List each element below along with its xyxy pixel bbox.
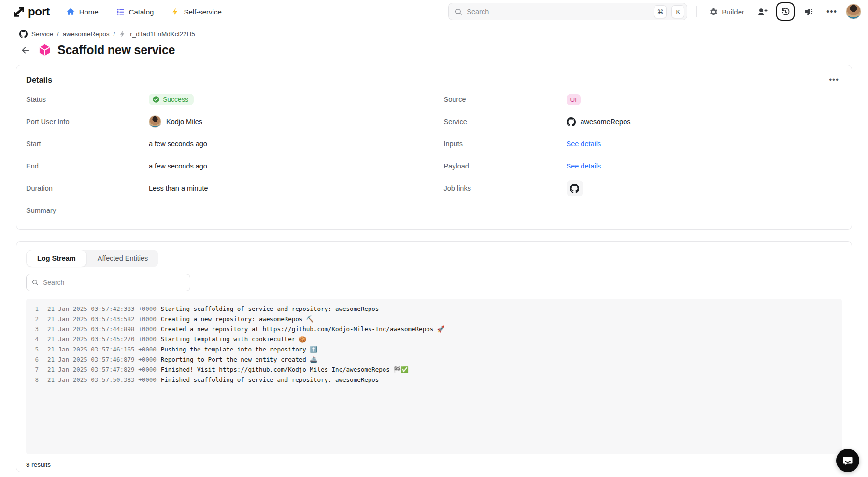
history-icon — [781, 7, 791, 17]
nav-item-home[interactable]: Home — [66, 7, 99, 16]
log-line: 8 21 Jan 2025 03:57:50:383 +0000 Finishe… — [26, 375, 842, 385]
breadcrumb-blueprint[interactable]: awesomeRepos — [63, 30, 110, 38]
nav-item-label: Home — [79, 8, 99, 16]
top-nav: port Home Catalog — [0, 0, 868, 23]
log-line-number: 3 — [26, 324, 47, 334]
detail-row-payload: Payload See details — [444, 155, 842, 177]
cmd-keycap: ⌘ — [654, 5, 667, 18]
end-label: End — [26, 162, 149, 170]
inputs-see-details-link[interactable]: See details — [567, 140, 601, 148]
log-line: 2 21 Jan 2025 03:57:43:582 +0000 Creatin… — [26, 314, 842, 324]
details-heading: Details — [26, 75, 52, 84]
chat-bubble-icon — [842, 455, 854, 466]
log-search[interactable] — [26, 274, 190, 291]
log-message: Pushing the template into the repository… — [161, 344, 317, 354]
log-line-number: 8 — [26, 375, 47, 385]
breadcrumb-run-id: r_dTad1FnMdKcl22H5 — [130, 30, 195, 38]
log-message: Starting scaffolding of service and repo… — [161, 304, 379, 314]
log-message: Finished scaffolding of service and repo… — [161, 375, 379, 385]
log-stream[interactable]: 1 21 Jan 2025 03:57:42:383 +0000 Startin… — [26, 299, 842, 454]
details-more-button[interactable]: ••• — [826, 74, 842, 85]
page-title-row: Scaffold new service — [19, 43, 852, 57]
status-badge: Success — [149, 94, 194, 105]
log-message: Created a new repository at https://gith… — [161, 324, 445, 334]
log-line: 4 21 Jan 2025 03:57:45:270 +0000 Startin… — [26, 334, 842, 344]
log-timestamp: 21 Jan 2025 03:57:43:582 +0000 — [47, 314, 157, 324]
log-tabs: Log Stream Affected Entities — [26, 250, 158, 267]
log-timestamp: 21 Jan 2025 03:57:44:898 +0000 — [47, 324, 157, 334]
service-value[interactable]: awesomeRepos — [581, 118, 631, 126]
duration-label: Duration — [26, 184, 149, 192]
nav-right: ⌘ K Builder ••• — [448, 2, 861, 21]
log-timestamp: 21 Jan 2025 03:57:46:165 +0000 — [47, 344, 157, 354]
nav-item-catalog[interactable]: Catalog — [116, 7, 154, 16]
breadcrumb-separator: / — [57, 30, 59, 38]
github-icon — [570, 184, 579, 193]
lightning-icon — [171, 7, 180, 16]
nav-item-label: Self-service — [184, 8, 221, 16]
log-message: Reporting to Port the new entity created… — [161, 354, 317, 365]
breadcrumb-separator: / — [114, 30, 115, 38]
log-line-number: 2 — [26, 314, 47, 324]
global-search[interactable]: ⌘ K — [448, 3, 687, 20]
tab-log-stream[interactable]: Log Stream — [26, 250, 87, 267]
start-value: a few seconds ago — [149, 140, 207, 148]
invite-users-button[interactable] — [753, 2, 771, 21]
user-name: Kodjo Miles — [166, 118, 202, 126]
log-timestamp: 21 Jan 2025 03:57:42:383 +0000 — [47, 304, 157, 314]
summary-label: Summary — [26, 207, 149, 214]
log-line: 5 21 Jan 2025 03:57:46:165 +0000 Pushing… — [26, 344, 842, 354]
github-icon — [567, 117, 576, 126]
runs-history-button[interactable] — [776, 2, 795, 21]
nav-item-self-service[interactable]: Self-service — [171, 7, 221, 16]
builder-button[interactable]: Builder — [705, 4, 748, 19]
breadcrumb-service[interactable]: Service — [31, 30, 53, 38]
job-links-label: Job links — [444, 184, 567, 192]
details-card: Details ••• Status Success — [16, 65, 852, 230]
details-left-column: Status Success Port User Info — [26, 88, 425, 222]
breadcrumb: Service / awesomeRepos / r_dTad1FnMdKcl2… — [19, 30, 852, 38]
chat-widget-button[interactable] — [836, 449, 859, 472]
payload-see-details-link[interactable]: See details — [567, 162, 601, 170]
tab-affected-entities[interactable]: Affected Entities — [87, 250, 159, 267]
megaphone-icon — [804, 7, 814, 17]
user-info-avatar — [149, 115, 161, 128]
log-timestamp: 21 Jan 2025 03:57:46:879 +0000 — [47, 354, 157, 365]
log-line: 7 21 Jan 2025 03:57:47:829 +0000 Finishe… — [26, 365, 842, 375]
back-button[interactable] — [19, 44, 32, 56]
global-search-input[interactable] — [467, 8, 649, 15]
more-options-button[interactable]: ••• — [823, 2, 841, 21]
log-timestamp: 21 Jan 2025 03:57:47:829 +0000 — [47, 365, 157, 375]
detail-row-summary: Summary — [26, 199, 425, 222]
detail-row-status: Status Success — [26, 88, 425, 111]
details-grid: Status Success Port User Info — [26, 88, 842, 222]
scaffold-cube-icon — [38, 43, 51, 56]
primary-nav: Home Catalog Self-service — [66, 7, 222, 16]
log-card: Log Stream Affected Entities 1 21 Jan 20… — [16, 241, 852, 472]
gear-icon — [709, 7, 718, 16]
detail-row-user: Port User Info Kodjo Miles — [26, 111, 425, 133]
log-line-number: 5 — [26, 344, 47, 354]
log-search-input[interactable] — [43, 279, 185, 286]
log-line-number: 4 — [26, 334, 47, 344]
service-label: Service — [444, 118, 567, 126]
log-line-number: 1 — [26, 304, 47, 314]
ellipsis-icon: ••• — [826, 7, 837, 17]
announcements-button[interactable] — [799, 2, 818, 21]
job-link-github-button[interactable] — [567, 180, 583, 196]
start-label: Start — [26, 140, 149, 148]
port-logo[interactable]: port — [13, 5, 50, 18]
user-avatar[interactable] — [846, 4, 861, 19]
detail-row-start: Start a few seconds ago — [26, 133, 425, 155]
detail-row-inputs: Inputs See details — [444, 133, 842, 155]
duration-value: Less than a minute — [149, 184, 208, 192]
results-count: 8 results — [26, 461, 842, 468]
detail-row-source: Source UI — [444, 88, 842, 111]
detail-row-service: Service awesomeRepos — [444, 111, 842, 133]
main-content: Service / awesomeRepos / r_dTad1FnMdKcl2… — [0, 30, 868, 472]
home-icon — [66, 7, 75, 16]
payload-label: Payload — [444, 162, 567, 170]
run-lightning-icon — [119, 30, 126, 38]
port-logo-text: port — [28, 5, 50, 18]
nav-item-label: Catalog — [129, 8, 154, 16]
